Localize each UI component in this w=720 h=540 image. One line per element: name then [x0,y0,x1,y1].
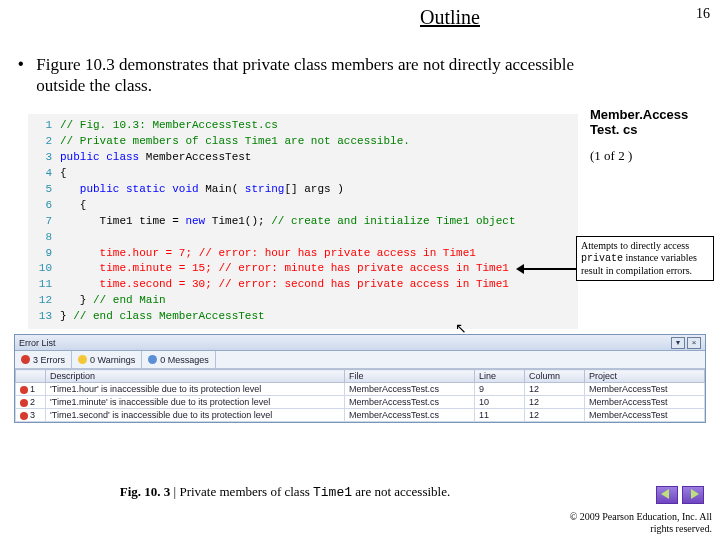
line-number: 5 [28,182,60,198]
code-line: time.hour = 7; // error: hour has privat… [60,246,578,262]
close-icon[interactable]: × [687,337,701,349]
dropdown-icon[interactable]: ▾ [671,337,685,349]
bullet-item: • Figure 10.3 demonstrates that private … [18,54,696,97]
page-number: 16 [696,6,710,22]
code-line: Time1 time = new Time1(); // create and … [60,214,578,230]
bullet-text: Figure 10.3 demonstrates that private cl… [36,54,596,97]
line-number: 2 [28,134,60,150]
caption-fig: Fig. 10. 3 [120,484,174,499]
error-list-header: Error List ▾ × [15,335,705,351]
code-line: // Private members of class Time1 are no… [60,134,578,150]
table-row[interactable]: 3'Time1.second' is inaccessible due to i… [16,409,705,422]
tab-warnings[interactable]: 0 Warnings [72,351,142,368]
caption-mid: | Private members of class [174,484,313,499]
table-row[interactable]: 1'Time1.hour' is inaccessible due to its… [16,383,705,396]
error-list-title: Error List [19,338,56,348]
col-description: Description [46,370,345,383]
outline-heading: Outline [420,6,480,29]
col-column: Column [525,370,585,383]
triangle-left-icon [661,489,669,499]
triangle-right-icon [691,489,699,499]
code-listing: 1// Fig. 10.3: MemberAccessTest.cs 2// P… [28,114,578,329]
line-number: 12 [28,293,60,309]
bullet-dot-icon: • [18,54,32,74]
figure-caption: Fig. 10. 3 | Private members of class Ti… [0,484,570,500]
error-icon [20,386,28,394]
nav-buttons [656,486,704,504]
col-blank [16,370,46,383]
error-icon [20,399,28,407]
line-number: 4 [28,166,60,182]
line-number: 8 [28,230,60,246]
message-icon [148,355,157,364]
tab-errors[interactable]: 3 Errors [15,351,72,368]
warning-icon [78,355,87,364]
file-label-line2: Test. cs [590,122,637,137]
callout-box: Attempts to directly access private inst… [576,236,714,281]
error-icon [20,412,28,420]
code-line: // Fig. 10.3: MemberAccessTest.cs [60,118,578,134]
caption-end: are not accessible. [352,484,450,499]
col-project: Project [585,370,705,383]
line-number: 1 [28,118,60,134]
next-button[interactable] [682,486,704,504]
line-number: 3 [28,150,60,166]
code-line: } // end Main [60,293,578,309]
prev-button[interactable] [656,486,678,504]
error-list-panel: Error List ▾ × 3 Errors 0 Warnings 0 Mes… [14,334,706,423]
line-number: 6 [28,198,60,214]
code-line: time.second = 30; // error: second has p… [60,277,578,293]
code-line: { [60,166,578,182]
error-icon [21,355,30,364]
callout-arrow-line [520,268,580,270]
copyright-text: © 2009 Pearson Education, Inc. All right… [552,511,712,534]
tab-messages[interactable]: 0 Messages [142,351,216,368]
callout-text: Attempts to directly access [581,240,689,251]
line-number: 13 [28,309,60,325]
code-line: } // end class MemberAccessTest [60,309,578,325]
col-line: Line [475,370,525,383]
callout-arrow-head-icon [516,264,524,274]
code-line: time.minute = 15; // error: minute has p… [60,261,578,277]
code-line: { [60,198,578,214]
file-label: Member.Access Test. cs [590,108,710,138]
table-row[interactable]: 2'Time1.minute' is inaccessible due to i… [16,396,705,409]
line-number: 11 [28,277,60,293]
line-number: 10 [28,261,60,277]
code-line: public static void Main( string[] args ) [60,182,578,198]
file-label-line1: Member.Access [590,107,688,122]
callout-mono: private [581,253,623,264]
code-line [60,230,578,246]
line-number: 7 [28,214,60,230]
error-list-tabs: 3 Errors 0 Warnings 0 Messages [15,351,705,369]
col-file: File [345,370,475,383]
caption-mono: Time1 [313,485,352,500]
part-label: (1 of 2 ) [590,148,710,164]
code-line: public class MemberAccessTest [60,150,578,166]
error-table: Description File Line Column Project 1'T… [15,369,705,422]
line-number: 9 [28,246,60,262]
